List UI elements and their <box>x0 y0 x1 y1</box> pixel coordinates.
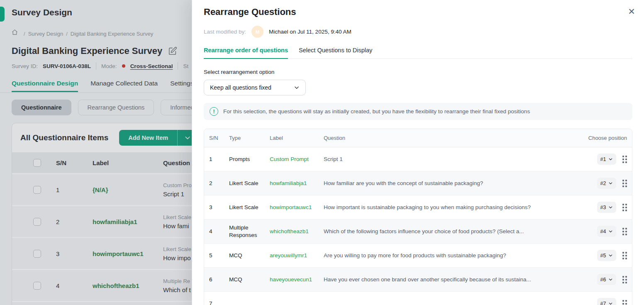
subtab-questionnaire[interactable]: Questionnaire <box>12 100 71 115</box>
divider <box>96 62 96 70</box>
select-all-checkbox[interactable] <box>33 159 41 167</box>
row-sn: 4 <box>209 228 229 234</box>
breadcrumb-current: Digital Banking Experience Survey <box>71 31 153 37</box>
chevron-down-icon <box>608 157 613 161</box>
last-modified-value: Michael on Jul 11, 2025, 9:40 AM <box>269 29 351 35</box>
row-sn: 3 <box>209 204 229 210</box>
home-icon[interactable] <box>12 29 21 38</box>
drag-handle-icon[interactable] <box>622 180 627 187</box>
col-label: Label <box>270 135 324 141</box>
row-label[interactable]: howimportauwc1 <box>93 250 163 257</box>
position-select[interactable]: #2 <box>597 178 616 189</box>
drag-handle-icon[interactable] <box>622 204 627 211</box>
row-checkbox[interactable] <box>33 218 41 226</box>
row-sn: 5 <box>209 252 229 259</box>
position-select[interactable]: #1 <box>597 154 616 165</box>
breadcrumb-survey-design[interactable]: Survey Design <box>28 31 63 37</box>
row-sn: 4 <box>56 282 93 289</box>
tabs-divider <box>0 93 192 93</box>
row-checkbox[interactable] <box>33 186 41 194</box>
row-label[interactable]: areyouwillymr1 <box>270 252 324 259</box>
rearrange-question-row: 6 MCQ haveyouevecun1 Have you ever chose… <box>204 268 632 292</box>
breadcrumb-separator: / <box>24 31 25 37</box>
rearrangement-option-label: Select rearrangement option <box>204 69 632 75</box>
survey-id-label: Survey ID: <box>12 63 38 69</box>
edit-title-icon[interactable] <box>168 46 177 56</box>
position-value: #4 <box>600 229 606 234</box>
rearrange-question-row: 4 Multiple Responses whichoftheazb1 Whic… <box>204 220 632 244</box>
col-label: Label <box>93 159 163 166</box>
chevron-down-icon <box>608 301 613 305</box>
position-value: #6 <box>600 277 606 283</box>
row-question: How familiar are you with the concept of… <box>324 180 578 186</box>
rearrange-question-row: 1 Prompts Custom Prompt Script 1 #1 <box>204 147 632 171</box>
panel-title: Rearrange Questions <box>204 7 632 17</box>
add-new-item-label: Add New Item <box>119 130 177 146</box>
add-new-item-button[interactable]: Add New Item <box>119 130 198 146</box>
position-value: #1 <box>600 156 606 162</box>
avatar: M <box>251 26 263 38</box>
row-type: Prompts <box>229 156 270 163</box>
row-sn: 6 <box>209 276 229 283</box>
row-sn: 3 <box>56 250 93 257</box>
page-title: Survey Design <box>12 7 72 17</box>
chevron-down-icon <box>608 277 613 282</box>
row-type: MCQ <box>229 276 270 283</box>
drag-handle-icon[interactable] <box>622 228 627 235</box>
position-select[interactable]: #3 <box>597 202 616 213</box>
chevron-down-icon <box>184 134 191 141</box>
position-select[interactable]: #6 <box>597 274 616 285</box>
rearrange-question-row: 3 Likert Scale howimportauwc1 How import… <box>204 195 632 220</box>
tab-select-questions-display[interactable]: Select Questions to Display <box>299 47 372 59</box>
row-question: Which of the following factors influence… <box>324 228 578 234</box>
drag-handle-icon[interactable] <box>622 252 627 259</box>
breadcrumb-separator: / <box>66 31 68 37</box>
rearrange-table-header: S/N Type Label Question Choose position <box>204 129 632 147</box>
rearrange-questions-panel: ✕ Rearrange Questions Last modified by: … <box>192 0 644 305</box>
row-checkbox[interactable] <box>33 282 41 290</box>
col-sn: S/N <box>56 159 93 166</box>
drag-handle-icon[interactable] <box>622 300 627 305</box>
row-type: Likert Scale <box>229 204 270 211</box>
row-label[interactable]: Custom Prompt <box>270 156 324 162</box>
mode-value-link[interactable]: Cross-Sectional <box>130 63 173 69</box>
position-value: #2 <box>600 181 606 186</box>
row-question: Have you ever chosen one brand over anot… <box>324 276 578 283</box>
row-sn: 7 <box>209 300 229 305</box>
row-question: How important is sustainable packaging t… <box>324 204 578 210</box>
position-select[interactable]: #5 <box>597 250 616 261</box>
tab-manage-collected-data[interactable]: Manage Collected Data <box>90 80 158 92</box>
mode-status-dot <box>122 64 125 68</box>
position-value: #5 <box>600 253 606 259</box>
survey-title: Digital Banking Experience Survey <box>12 46 162 56</box>
row-checkbox[interactable] <box>33 250 41 258</box>
tab-rearrange-order[interactable]: Rearrange order of questions <box>204 47 288 59</box>
page-tabs: Questionnaire Design Manage Collected Da… <box>12 80 193 92</box>
drag-handle-icon[interactable] <box>622 276 627 283</box>
row-type: Likert Scale <box>229 180 270 187</box>
subtab-rearrange-questions[interactable]: Rearrange Questions <box>78 100 154 115</box>
row-label[interactable]: howfamiliabja1 <box>270 180 324 186</box>
survey-id-value: SURV-0106A-038L <box>43 63 91 69</box>
tab-settings[interactable]: Settings <box>170 80 193 92</box>
chevron-down-icon <box>294 85 300 90</box>
drag-handle-icon[interactable] <box>622 156 627 163</box>
row-label[interactable]: haveyouevecun1 <box>270 276 324 283</box>
tab-questionnaire-design[interactable]: Questionnaire Design <box>12 80 78 92</box>
close-icon[interactable]: ✕ <box>626 5 637 17</box>
row-type: MCQ <box>229 252 270 259</box>
position-select[interactable]: #7 <box>597 298 616 305</box>
row-sn: 1 <box>56 186 93 193</box>
rearrangement-option-select[interactable]: Keep all questions fixed <box>204 80 306 95</box>
chevron-down-icon <box>608 181 613 185</box>
row-label[interactable]: howimportauwc1 <box>270 204 324 210</box>
position-value: #7 <box>600 301 606 305</box>
rearrange-table: S/N Type Label Question Choose position … <box>204 129 632 305</box>
row-label[interactable]: {N/A} <box>93 186 163 193</box>
col-type: Type <box>229 135 270 141</box>
row-label[interactable]: howfamiliabja1 <box>93 218 163 225</box>
row-label[interactable]: whichoftheazb1 <box>93 282 163 289</box>
position-select[interactable]: #4 <box>597 226 616 237</box>
chevron-down-icon <box>608 253 613 258</box>
row-label[interactable]: whichoftheazb1 <box>270 228 324 234</box>
